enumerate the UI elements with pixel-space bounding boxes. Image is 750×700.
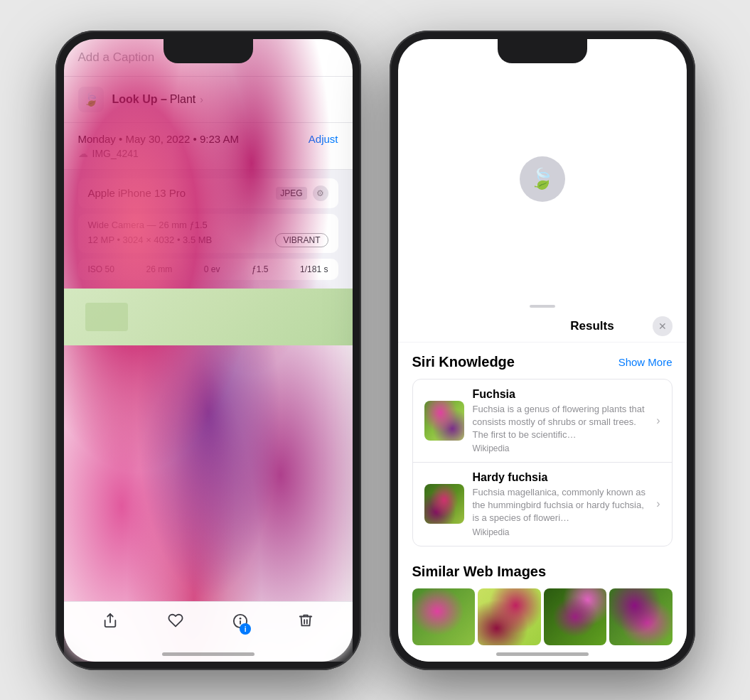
siri-knowledge-section: Siri Knowledge Show More Fuchsia Fuchsia…	[398, 343, 687, 552]
fuchsia-source: Wikipedia	[473, 443, 648, 453]
trash-icon	[298, 613, 314, 632]
similar-images-title: Similar Web Images	[412, 564, 673, 580]
home-indicator-right	[496, 652, 589, 656]
similar-images-section: Similar Web Images	[398, 552, 687, 651]
notch	[164, 39, 253, 63]
siri-knowledge-title: Siri Knowledge	[412, 354, 515, 370]
heart-icon	[168, 613, 183, 632]
share-button[interactable]	[95, 607, 126, 638]
delete-button[interactable]	[290, 607, 321, 638]
siri-item-fuchsia[interactable]: Fuchsia Fuchsia is a genus of flowering …	[413, 379, 672, 463]
hardy-fuchsia-thumbnail	[424, 484, 464, 524]
siri-header: Siri Knowledge Show More	[412, 354, 673, 370]
home-indicator-left	[162, 652, 255, 656]
hardy-fuchsia-description: Fuchsia magellanica, commonly known as t…	[473, 486, 648, 525]
fuchsia-info: Fuchsia Fuchsia is a genus of flowering …	[473, 388, 648, 454]
fuchsia-chevron-icon: ›	[656, 414, 660, 427]
share-icon	[102, 613, 118, 632]
similar-images-grid	[412, 588, 673, 645]
info-icon-wrap: i	[232, 613, 248, 632]
siri-knowledge-card: Fuchsia Fuchsia is a genus of flowering …	[412, 379, 673, 546]
map-area[interactable]	[64, 289, 353, 345]
right-phone-screen: 🍃 Results ✕ Siri Knowledge S	[398, 39, 687, 662]
right-notch	[498, 39, 587, 63]
fuchsia-description: Fuchsia is a genus of flowering plants t…	[473, 403, 648, 442]
similar-image-3[interactable]	[544, 588, 607, 645]
hardy-fuchsia-source: Wikipedia	[473, 527, 648, 537]
close-button[interactable]: ✕	[653, 316, 673, 336]
show-more-button[interactable]: Show More	[618, 356, 673, 368]
left-phone-screen: Add a Caption 🍃 Look Up – Plant › Monday…	[64, 39, 353, 662]
info-badge: i	[240, 623, 251, 635]
right-phone: 🍃 Results ✕ Siri Knowledge S	[390, 31, 695, 670]
info-button[interactable]: i	[225, 607, 256, 638]
fuchsia-thumbnail	[424, 401, 464, 441]
visual-search-button[interactable]: 🍃	[520, 156, 565, 202]
siri-item-hardy-fuchsia[interactable]: Hardy fuchsia Fuchsia magellanica, commo…	[413, 462, 672, 546]
search-dot-indicator	[540, 208, 545, 212]
hardy-fuchsia-chevron-icon: ›	[656, 497, 660, 510]
favorite-button[interactable]	[160, 607, 191, 638]
results-panel: Results ✕ Siri Knowledge Show More	[398, 299, 687, 662]
similar-image-1[interactable]	[412, 588, 476, 645]
similar-image-4[interactable]	[609, 588, 673, 645]
fuchsia-title: Fuchsia	[473, 388, 648, 401]
visual-search-leaf-icon: 🍃	[530, 167, 555, 190]
results-header: Results ✕	[398, 308, 687, 343]
left-phone: Add a Caption 🍃 Look Up – Plant › Monday…	[55, 31, 361, 670]
hardy-fuchsia-info: Hardy fuchsia Fuchsia magellanica, commo…	[473, 471, 648, 537]
results-title: Results	[532, 319, 653, 333]
similar-image-2[interactable]	[478, 588, 541, 645]
hardy-fuchsia-title: Hardy fuchsia	[473, 471, 648, 484]
flower-overlay	[64, 39, 353, 662]
